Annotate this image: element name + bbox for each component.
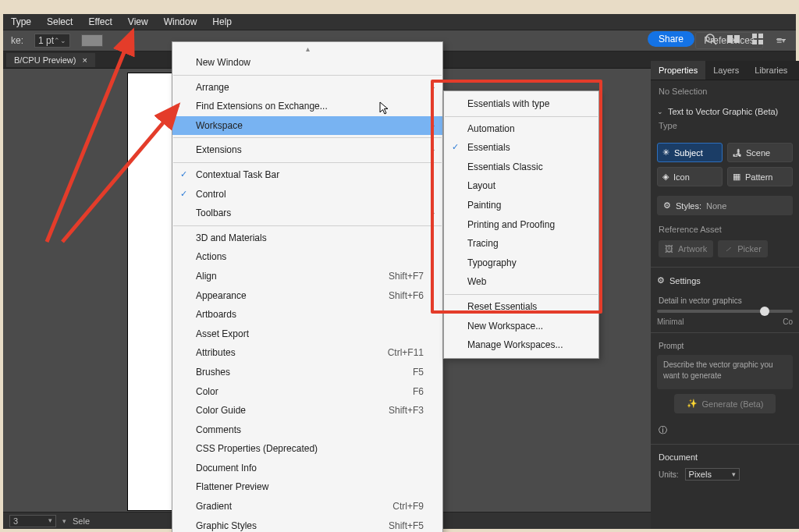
svg-rect-5 [758,34,763,38]
submenu-item-essentials[interactable]: Essentials [444,138,598,158]
document-section-label: Document [659,452,791,462]
no-selection-label: No Selection [659,87,707,96]
panel-tab-libraries[interactable]: Libraries [747,61,795,80]
menu-item-graphic-styles[interactable]: Graphic StylesShift+F5 [172,516,442,532]
menu-item-arrange[interactable]: Arrange [172,78,442,98]
svg-rect-3 [734,35,740,43]
close-icon[interactable]: × [82,55,87,65]
submenu-item-new-workspace[interactable]: New Workspace... [444,317,598,336]
menu-item-gradient[interactable]: GradientCtrl+F9 [172,497,442,516]
type-scene-button[interactable]: 🏞Scene [727,143,793,162]
menu-item-align[interactable]: AlignShift+F7 [172,267,442,286]
submenu-item-typography[interactable]: Typography [444,254,598,273]
menubar: Type Select Effect View Window Help [3,14,796,30]
submenu-item-essentials-classic[interactable]: Essentials Classic [444,158,598,177]
type-subject-button[interactable]: ✳Subject [657,143,723,162]
menu-scroll-up-icon[interactable]: ▴ [172,45,442,53]
reference-picker-button[interactable]: ⟋Picker [718,240,768,257]
menu-help[interactable]: Help [204,15,240,29]
menu-type[interactable]: Type [3,15,39,29]
menu-item-workspace[interactable]: Workspace [172,116,442,136]
menu-item-color-guide[interactable]: Color GuideShift+F3 [172,401,442,420]
menu-effect[interactable]: Effect [80,15,119,29]
submenu-item-painting[interactable]: Painting [444,196,598,215]
svg-rect-6 [752,40,757,44]
pattern-icon: ▦ [733,172,740,182]
detail-min-label: Minimal [657,317,684,326]
menu-select[interactable]: Select [39,15,80,29]
arrange-icon[interactable] [727,32,741,46]
diamond-icon: ◈ [662,172,669,182]
svg-rect-7 [758,40,763,44]
units-field[interactable]: Pixels▾ [685,468,740,481]
share-button[interactable]: Share [648,31,694,47]
menu-item-color[interactable]: ColorF6 [172,382,442,402]
units-label: Units: [659,470,679,479]
minimize-icon[interactable]: — [774,32,788,46]
panel-tab-layers[interactable]: Layers [705,61,747,80]
prompt-label: Prompt [659,342,684,350]
menu-item-comments[interactable]: Comments [172,420,442,440]
gear-icon [657,275,665,286]
svg-point-0 [706,34,714,42]
menu-item-attributes[interactable]: AttributesCtrl+F11 [172,343,442,363]
submenu-item-reset-essentials[interactable]: Reset Essentials [444,297,598,317]
menu-window[interactable]: Window [156,15,205,29]
prompt-textarea[interactable]: Describe the vector graphic you want to … [657,355,793,389]
sparkle-icon: ✨ [687,399,698,409]
svg-rect-2 [727,35,733,43]
svg-rect-4 [752,34,757,38]
menu-item-actions[interactable]: Actions [172,247,442,267]
menu-item-artboards[interactable]: Artboards [172,305,442,325]
properties-panel: Properties Layers Libraries No Selection… [651,61,799,529]
current-tool: Sele [73,516,90,526]
image-icon: 🖼 [665,244,673,254]
submenu-item-web[interactable]: Web [444,272,598,292]
menu-item-document-info[interactable]: Document Info [172,459,442,478]
navigator-icon[interactable]: ▾ [62,517,66,525]
menu-item-find-extensions-on-exchange[interactable]: Find Extensions on Exchange... [172,97,442,116]
styles-row[interactable]: Styles: None [657,196,793,215]
menu-item-css-properties-deprecated[interactable]: CSS Properties (Deprecated) [172,439,442,459]
sparkle-icon: ✳ [662,147,669,158]
menu-item-control[interactable]: Control [172,185,442,204]
workspace-submenu: Essentials with typeAutomationEssentials… [443,90,599,359]
menu-item-3d-and-materials[interactable]: 3D and Materials [172,229,442,248]
type-icon-button[interactable]: ◈Icon [657,167,723,186]
menu-item-brushes[interactable]: BrushesF5 [172,363,442,382]
text-to-vector-header[interactable]: ⌄Text to Vector Graphic (Beta) [651,102,799,121]
menu-item-asset-export[interactable]: Asset Export [172,325,442,344]
detail-slider[interactable] [657,310,793,313]
submenu-item-tracing[interactable]: Tracing [444,234,598,254]
menu-item-flattener-preview[interactable]: Flattener Preview [172,477,442,497]
panel-tab-properties[interactable]: Properties [651,61,705,80]
menu-view[interactable]: View [120,15,156,29]
grid-four-icon[interactable] [751,32,765,46]
stroke-label: ke: [11,35,23,46]
menu-item-contextual-task-bar[interactable]: Contextual Task Bar [172,165,442,185]
info-icon[interactable] [659,425,667,434]
menu-item-toolbars[interactable]: Toolbars [172,204,442,223]
detail-label: Detail in vector graphics [659,296,791,305]
stroke-swatch[interactable] [81,34,103,47]
submenu-item-printing-and-proofing[interactable]: Printing and Proofing [444,215,598,235]
scene-icon: 🏞 [733,148,741,158]
document-tab[interactable]: B/CPU Preview) × [6,53,95,67]
type-label: Type [659,121,791,130]
zoom-field[interactable]: 3▾ [9,515,56,527]
detail-max-label: Co [783,317,793,326]
reference-artwork-button[interactable]: 🖼Artwork [659,240,713,257]
menu-item-extensions[interactable]: Extensions [172,140,442,160]
stroke-weight-field[interactable]: 1 pt⌃⌄ [34,34,70,48]
submenu-item-manage-workspaces[interactable]: Manage Workspaces... [444,335,598,355]
submenu-item-essentials-with-type[interactable]: Essentials with type [444,94,598,114]
submenu-item-layout[interactable]: Layout [444,176,598,196]
submenu-item-automation[interactable]: Automation [444,119,598,139]
window-menu: ▴ New WindowArrangeFind Extensions on Ex… [172,41,443,532]
menu-item-new-window[interactable]: New Window [172,53,442,73]
search-icon[interactable] [704,32,718,46]
menu-item-appearance[interactable]: AppearanceShift+F6 [172,286,442,306]
settings-header[interactable]: Settings [651,271,799,290]
type-pattern-button[interactable]: ▦Pattern [727,167,793,186]
generate-button[interactable]: ✨Generate (Beta) [674,394,776,413]
